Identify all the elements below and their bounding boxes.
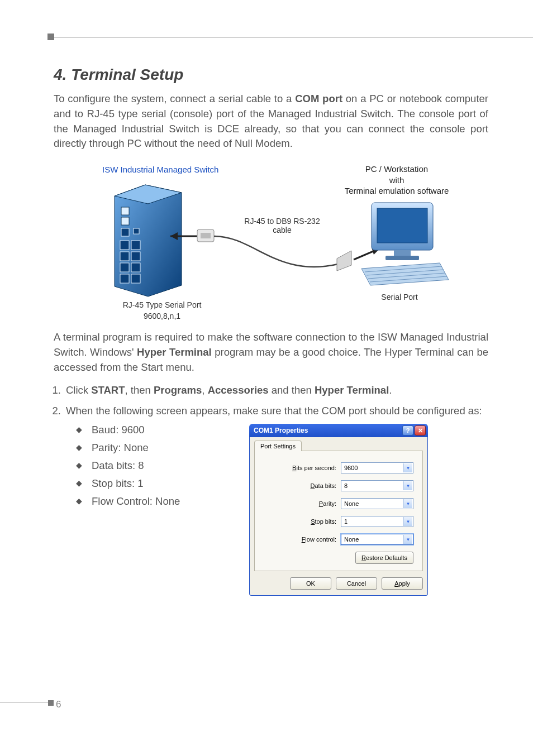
- svg-rect-11: [131, 263, 140, 272]
- step-1: Click START, then Programs, Accessories …: [64, 383, 488, 398]
- svg-rect-22: [377, 208, 427, 243]
- svg-rect-4: [121, 228, 129, 236]
- ok-button[interactable]: OK: [290, 577, 331, 590]
- dialog-title: COM1 Properties: [254, 427, 308, 434]
- intro-text-pre: To configure the system, connect a seria…: [54, 93, 295, 104]
- tab-port-settings[interactable]: Port Settings: [254, 441, 302, 451]
- header-rule: [47, 37, 533, 37]
- page-number: 6: [56, 699, 61, 710]
- svg-rect-7: [131, 241, 140, 250]
- svg-rect-5: [134, 228, 139, 234]
- label-stop-bits: Stop bits:: [311, 518, 336, 525]
- page: 4. Terminal Setup To configure the syste…: [0, 0, 533, 756]
- diagram-cable-label-1: RJ-45 to DB9 RS-232: [237, 217, 327, 226]
- combo-stop-bits[interactable]: 1▼: [341, 516, 413, 527]
- help-button[interactable]: ?: [402, 425, 413, 436]
- svg-rect-8: [120, 252, 129, 261]
- config-bullets: Baud: 9600 Parity: None Data bits: 8 Sto…: [76, 424, 232, 508]
- chevron-down-icon: ▼: [403, 481, 412, 490]
- combo-bits-per-second[interactable]: 9600▼: [341, 462, 413, 473]
- restore-defaults-button[interactable]: Restore Defaults: [355, 552, 413, 564]
- svg-rect-12: [120, 274, 129, 283]
- bullet-databits: Data bits: 8: [76, 460, 232, 472]
- chevron-down-icon: ▼: [403, 463, 412, 472]
- diagram-cable-label-2: cable: [237, 226, 327, 235]
- label-flow-control: Flow control:: [302, 536, 336, 543]
- bullet-baud: Baud: 9600: [76, 424, 232, 436]
- svg-rect-3: [121, 217, 129, 225]
- svg-rect-2: [121, 207, 129, 215]
- combo-data-bits[interactable]: 8▼: [341, 480, 413, 491]
- cancel-button[interactable]: Cancel: [336, 577, 377, 590]
- close-button[interactable]: ✕: [415, 425, 426, 436]
- diagram-left-caption-1: RJ-45 Type Serial Port: [109, 300, 215, 311]
- combo-parity[interactable]: None▼: [341, 498, 413, 509]
- svg-marker-25: [361, 263, 449, 285]
- svg-rect-24: [386, 256, 419, 260]
- para2-bold: Hyper Terminal: [137, 346, 212, 358]
- svg-rect-17: [201, 233, 211, 238]
- bullet-stopbits: Stop bits: 1: [76, 477, 232, 490]
- label-bits-per-second: Bits per second:: [292, 465, 336, 471]
- diagram-right-caption: Serial Port: [381, 293, 417, 302]
- step-2: When the following screen appears, make …: [64, 404, 488, 419]
- tab-panel: Bits per second: 9600▼ Data bits: 8▼ Par…: [254, 451, 423, 571]
- chevron-down-icon: ▼: [403, 517, 412, 526]
- bullet-parity: Parity: None: [76, 442, 232, 454]
- chevron-down-icon: ▼: [403, 535, 412, 544]
- label-parity: Parity:: [319, 500, 336, 507]
- steps-list: Click START, then Programs, Accessories …: [54, 383, 488, 419]
- diagram-right-line1: PC / Workstation: [332, 164, 461, 175]
- svg-marker-18: [337, 251, 351, 271]
- intro-paragraph: To configure the system, connect a seria…: [54, 92, 488, 151]
- label-data-bits: Data bits:: [311, 482, 336, 489]
- intro-bold-comport: COM port: [295, 93, 342, 104]
- chevron-down-icon: ▼: [403, 499, 412, 508]
- diagram-right-line3: Terminal emulation software: [332, 185, 461, 197]
- apply-button[interactable]: Apply: [382, 577, 423, 590]
- svg-rect-23: [394, 250, 411, 256]
- bullet-flow: Flow Control: None: [76, 495, 232, 508]
- svg-rect-9: [131, 252, 140, 261]
- diagram-right-line2: with: [332, 175, 461, 186]
- paragraph-2: A terminal program is required to make t…: [54, 330, 488, 375]
- section-heading: 4. Terminal Setup: [54, 66, 488, 84]
- svg-rect-6: [120, 241, 129, 250]
- dialog-titlebar[interactable]: COM1 Properties ? ✕: [249, 424, 428, 437]
- diagram-left-title: ISW Industrial Managed Switch: [102, 165, 218, 174]
- diagram-left-caption-2: 9600,8,n,1: [109, 311, 215, 322]
- svg-rect-10: [120, 263, 129, 272]
- svg-rect-13: [131, 274, 140, 283]
- connection-diagram: ISW Industrial Managed Switch RJ-45 to D…: [75, 164, 467, 314]
- com1-properties-dialog: COM1 Properties ? ✕ Port Settings Bits p…: [249, 424, 428, 596]
- combo-flow-control[interactable]: None▼: [341, 534, 413, 545]
